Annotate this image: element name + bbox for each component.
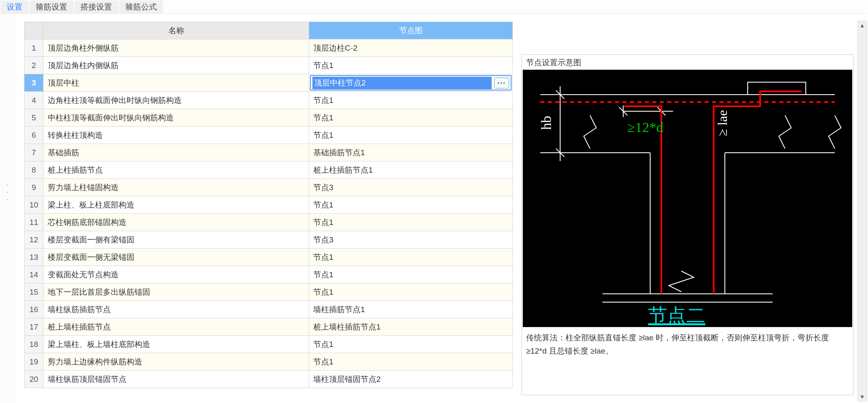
cell-name[interactable]: 墙柱纵筋顶层锚固节点: [44, 371, 309, 388]
table-row[interactable]: 8桩上柱插筋节点桩上柱插筋节点1: [24, 161, 513, 179]
cell-node[interactable]: 节点3: [309, 231, 513, 249]
table-row[interactable]: 20墙柱纵筋顶层锚固节点墙柱顶层锚固节点2: [24, 371, 513, 388]
row-index[interactable]: 20: [24, 371, 44, 388]
cell-node[interactable]: 节点1: [309, 249, 513, 266]
cell-name[interactable]: 剪力墙上边缘构件纵筋构造: [44, 353, 309, 371]
cell-node[interactable]: 节点1: [309, 214, 513, 231]
row-index[interactable]: 12: [24, 231, 44, 249]
cell-node[interactable]: 节点1: [309, 127, 513, 144]
cell-node[interactable]: 顶层中柱节点2•••: [309, 74, 513, 92]
cell-node[interactable]: 节点1: [309, 336, 513, 353]
cell-node[interactable]: 节点3: [309, 179, 513, 196]
table-row[interactable]: 9剪力墙上柱锚固构造节点3: [24, 179, 513, 196]
table-row[interactable]: 19剪力墙上边缘构件纵筋构造节点1: [24, 353, 513, 371]
cell-node[interactable]: 节点1: [309, 283, 513, 301]
cell-name[interactable]: 梁上墙柱、板上墙柱底部构造: [44, 336, 309, 353]
col-header-node[interactable]: 节点图: [309, 22, 513, 39]
node-table: 名称 节点图 1顶层边角柱外侧纵筋顶层边柱C-22顶层边角柱内侧纵筋节点13顶层…: [24, 22, 513, 388]
tab-stirrup-settings[interactable]: 箍筋设置: [29, 0, 73, 13]
cell-name[interactable]: 桩上柱插筋节点: [44, 161, 309, 179]
cell-node[interactable]: 桩上柱插筋节点1: [309, 161, 513, 179]
cell-name[interactable]: 顶层边角柱外侧纵筋: [44, 39, 309, 57]
cell-node[interactable]: 顶层边柱C-2: [309, 39, 513, 57]
row-index[interactable]: 11: [24, 214, 44, 231]
table-row[interactable]: 6转换柱柱顶构造节点1: [24, 127, 513, 144]
table-row[interactable]: 17桩上墙柱插筋节点桩上墙柱插筋节点1: [24, 318, 513, 336]
cell-name[interactable]: 墙柱纵筋插筋节点: [44, 301, 309, 318]
cell-node[interactable]: 节点1: [309, 353, 513, 371]
cell-name[interactable]: 基础插筋: [44, 144, 309, 161]
cell-name[interactable]: 中柱柱顶等截面伸出时纵向钢筋构造: [44, 109, 309, 127]
table-row[interactable]: 11芯柱钢筋底部锚固构造节点1: [24, 214, 513, 231]
cell-node[interactable]: 桩上墙柱插筋节点1: [309, 318, 513, 336]
table-row[interactable]: 10梁上柱、板上柱底部构造节点1: [24, 196, 513, 214]
label-hb: hb: [539, 116, 554, 130]
col-header-index[interactable]: [24, 22, 44, 39]
diagram-svg: hb ≥12*d ≥ lae 节点二: [523, 70, 852, 327]
cell-name[interactable]: 边角柱柱顶等截面伸出时纵向钢筋构造: [44, 92, 309, 109]
tab-settings-partial[interactable]: 设置: [0, 0, 29, 13]
row-index[interactable]: 14: [24, 266, 44, 283]
table-row[interactable]: 15地下一层比首层多出纵筋锚固节点1: [24, 283, 513, 301]
cell-node[interactable]: 节点1: [309, 266, 513, 283]
scroll-down-icon[interactable]: ▼: [858, 393, 866, 401]
table-row[interactable]: 2顶层边角柱内侧纵筋节点1: [24, 57, 513, 74]
table-row[interactable]: 12楼层变截面一侧有梁锚固节点3: [24, 231, 513, 249]
cell-name[interactable]: 变截面处无节点构造: [44, 266, 309, 283]
row-index[interactable]: 7: [24, 144, 44, 161]
cell-name[interactable]: 楼层变截面一侧无梁锚固: [44, 249, 309, 266]
cell-name[interactable]: 顶层边角柱内侧纵筋: [44, 57, 309, 74]
row-index[interactable]: 3: [24, 74, 44, 92]
row-index[interactable]: 13: [24, 249, 44, 266]
cell-name[interactable]: 楼层变截面一侧有梁锚固: [44, 231, 309, 249]
table-row[interactable]: 1顶层边角柱外侧纵筋顶层边柱C-2: [24, 39, 513, 57]
main-area: 名称 节点图 1顶层边角柱外侧纵筋顶层边柱C-22顶层边角柱内侧纵筋节点13顶层…: [15, 14, 868, 403]
cell-node[interactable]: 墙柱顶层锚固节点2: [309, 371, 513, 388]
cell-node[interactable]: 节点1: [309, 109, 513, 127]
cell-node[interactable]: 节点1: [309, 92, 513, 109]
cell-node[interactable]: 墙柱插筋节点1: [309, 301, 513, 318]
cell-node[interactable]: 节点1: [309, 196, 513, 214]
vertical-scrollbar[interactable]: ▲ ▼: [857, 21, 867, 401]
table-row[interactable]: 4边角柱柱顶等截面伸出时纵向钢筋构造节点1: [24, 92, 513, 109]
cell-name[interactable]: 梁上柱、板上柱底部构造: [44, 196, 309, 214]
row-index[interactable]: 10: [24, 196, 44, 214]
tab-lap-settings[interactable]: 搭接设置: [74, 0, 118, 13]
cell-node[interactable]: 基础插筋节点1: [309, 144, 513, 161]
cell-name[interactable]: 芯柱钢筋底部锚固构造: [44, 214, 309, 231]
tab-stirrup-formula[interactable]: 箍筋公式: [119, 0, 163, 13]
row-index[interactable]: 2: [24, 57, 44, 74]
diagram-canvas: hb ≥12*d ≥ lae 节点二: [523, 70, 852, 327]
row-index[interactable]: 17: [24, 318, 44, 336]
row-index[interactable]: 6: [24, 127, 44, 144]
cell-name[interactable]: 顶层中柱: [44, 74, 309, 92]
table-row[interactable]: 13楼层变截面一侧无梁锚固节点1: [24, 249, 513, 266]
row-index[interactable]: 16: [24, 301, 44, 318]
cell-name[interactable]: 剪力墙上柱锚固构造: [44, 179, 309, 196]
row-index[interactable]: 9: [24, 179, 44, 196]
scroll-up-icon[interactable]: ▲: [858, 21, 866, 29]
row-index[interactable]: 4: [24, 92, 44, 109]
row-index[interactable]: 5: [24, 109, 44, 127]
row-index[interactable]: 18: [24, 336, 44, 353]
more-icon[interactable]: •••: [494, 78, 509, 88]
table-row[interactable]: 5中柱柱顶等截面伸出时纵向钢筋构造节点1: [24, 109, 513, 127]
table-row[interactable]: 18梁上墙柱、板上墙柱底部构造节点1: [24, 336, 513, 353]
table-row[interactable]: 16墙柱纵筋插筋节点墙柱插筋节点1: [24, 301, 513, 318]
cell-name[interactable]: 桩上墙柱插筋节点: [44, 318, 309, 336]
row-index[interactable]: 19: [24, 353, 44, 371]
col-header-name[interactable]: 名称: [44, 22, 309, 39]
table-row[interactable]: 7基础插筋基础插筋节点1: [24, 144, 513, 161]
row-index[interactable]: 1: [24, 39, 44, 57]
row-index[interactable]: 15: [24, 283, 44, 301]
label-lae: ≥ lae: [715, 110, 730, 136]
cell-name[interactable]: 地下一层比首层多出纵筋锚固: [44, 283, 309, 301]
cell-editor-text[interactable]: 顶层中柱节点2: [312, 77, 492, 89]
cell-name[interactable]: 转换柱柱顶构造: [44, 127, 309, 144]
table-row[interactable]: 3顶层中柱顶层中柱节点2•••: [24, 74, 513, 92]
cell-editor[interactable]: 顶层中柱节点2•••: [310, 75, 512, 90]
table-row[interactable]: 14变截面处无节点构造节点1: [24, 266, 513, 283]
diagram-caption: 传统算法：柱全部纵筋直锚长度 ≥lae 时，伸至柱顶截断，否则伸至柱顶弯折，弯折…: [523, 327, 852, 362]
row-index[interactable]: 8: [24, 161, 44, 179]
cell-node[interactable]: 节点1: [309, 57, 513, 74]
